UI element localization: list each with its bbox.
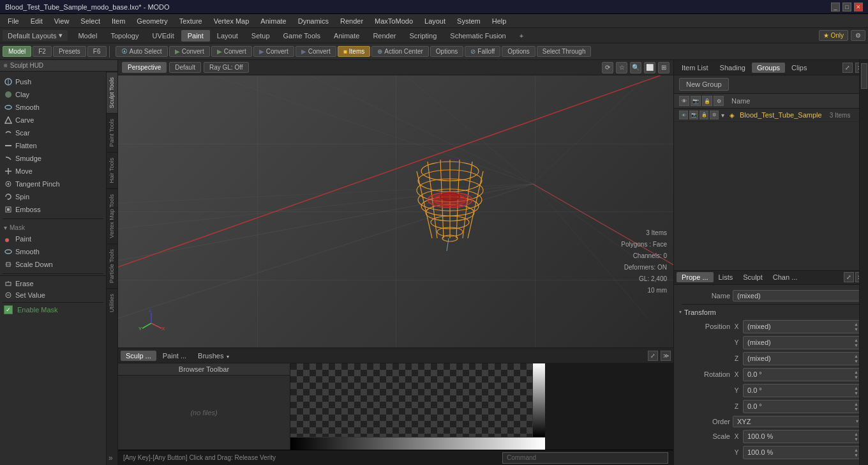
menu-select[interactable]: Select — [75, 16, 105, 26]
order-value[interactable]: XYZ ▾ — [733, 416, 863, 427]
tab-render[interactable]: Render — [366, 30, 402, 42]
menu-animate[interactable]: Animate — [255, 16, 291, 26]
tab-setup[interactable]: Setup — [245, 30, 276, 42]
vtab-paint-tools[interactable]: Paint Tools — [107, 113, 117, 152]
menu-vertex-map[interactable]: Vertex Map — [209, 16, 255, 26]
scale-x-spinner[interactable]: ▲ ▼ — [854, 432, 858, 441]
lock-header-icon[interactable]: 🔒 — [702, 96, 712, 106]
ptab-sculpt[interactable]: Sculpt — [738, 272, 768, 282]
transform-section-header[interactable]: ▾ Transform — [679, 306, 863, 319]
viewport-ctrl-5[interactable]: ⊞ — [658, 62, 670, 73]
props-expand-button[interactable]: ⤢ — [844, 272, 854, 282]
position-x-spinner[interactable]: ▲ ▼ — [854, 322, 858, 332]
viewport-ctrl-1[interactable]: ⟳ — [602, 62, 613, 73]
menu-item[interactable]: Item — [107, 16, 130, 26]
convert-button-4[interactable]: ▶ Convert — [296, 46, 336, 57]
model-button[interactable]: Model — [3, 46, 31, 57]
menu-geometry[interactable]: Geometry — [131, 16, 172, 26]
group-render-icon[interactable]: 📷 — [689, 111, 698, 119]
viewport-ctrl-4[interactable]: ⬜ — [644, 62, 655, 73]
rotation-y-spinner[interactable]: ▲ ▼ — [854, 386, 858, 395]
tool-smudge[interactable]: Smudge — [0, 152, 106, 165]
rotation-x-spinner[interactable]: ▲ ▼ — [854, 370, 858, 379]
menu-layout[interactable]: Layout — [419, 16, 451, 26]
expand-sidebar-button[interactable]: » — [107, 451, 117, 465]
convert-button-3[interactable]: ▶ Convert — [253, 46, 294, 57]
tool-flatten[interactable]: Flatten — [0, 139, 106, 152]
vtab-particle-tools[interactable]: Particle Tools — [107, 243, 117, 288]
scale-x-value[interactable]: 100.0 % ▲ ▼ — [743, 430, 863, 443]
command-input[interactable]: Command — [502, 452, 668, 464]
expand-bottom-button[interactable]: ⤢ — [648, 351, 658, 361]
name-value[interactable]: (mixed) — [733, 290, 863, 301]
convert-button-2[interactable]: ▶ Convert — [211, 46, 252, 57]
rtab-clips[interactable]: Clips — [786, 63, 812, 73]
group-lock-icon[interactable]: 🔒 — [700, 111, 708, 119]
position-y-value[interactable]: (mixed) ▲ ▼ — [743, 336, 863, 349]
new-group-button[interactable]: New Group — [679, 78, 729, 91]
items-button[interactable]: ■ Items — [338, 46, 371, 57]
rtab-expand-button[interactable]: ⤢ — [842, 63, 853, 73]
viewport-ctrl-2[interactable]: ☆ — [616, 62, 627, 73]
presets-button[interactable]: Presets — [53, 46, 86, 57]
tab-scripting[interactable]: Scripting — [403, 30, 444, 42]
perspective-button[interactable]: Perspective — [122, 62, 167, 73]
tool-spin[interactable]: Spin — [0, 190, 106, 203]
position-x-value[interactable]: (mixed) ▲ ▼ — [743, 320, 863, 333]
close-button[interactable]: ✕ — [854, 3, 863, 11]
tool-smooth-mask[interactable]: Smooth — [0, 245, 106, 258]
menu-view[interactable]: View — [49, 16, 75, 26]
rotation-x-value[interactable]: 0.0 ° ▲ ▼ — [743, 368, 863, 381]
tool-tangent-pinch[interactable]: Tangent Pinch — [0, 178, 106, 190]
ptab-lists[interactable]: Lists — [714, 272, 738, 282]
layout-label[interactable]: Default Layouts ▾ — [3, 30, 68, 41]
tool-erase[interactable]: Erase — [0, 278, 106, 289]
f6-button[interactable]: F6 — [87, 46, 107, 57]
ray-gl-button[interactable]: Ray GL: Off — [204, 62, 249, 73]
scale-y-value[interactable]: 100.0 % ▲ ▼ — [743, 446, 863, 459]
tab-topology[interactable]: Topology — [104, 30, 145, 42]
position-z-spinner[interactable]: ▲ ▼ — [854, 354, 858, 363]
options-button-1[interactable]: Options — [430, 46, 463, 57]
group-props-icon[interactable]: ⚙ — [710, 111, 719, 119]
menu-texture[interactable]: Texture — [174, 16, 207, 26]
gear-button[interactable]: ⚙ — [851, 30, 865, 41]
options-button-2[interactable]: Options — [502, 46, 535, 57]
menu-maxtomodo[interactable]: MaxToModo — [370, 16, 418, 26]
f2-button[interactable]: F2 — [33, 46, 52, 57]
tab-game-tools[interactable]: Game Tools — [277, 30, 327, 42]
group-eye-icon[interactable]: 👁 — [679, 111, 688, 119]
tool-paint-mask[interactable]: Paint — [0, 232, 106, 245]
rotation-z-spinner[interactable]: ▲ ▼ — [854, 402, 858, 411]
menu-edit[interactable]: Edit — [26, 16, 48, 26]
vtab-vertex-map-tools[interactable]: Vertex Map Tools — [107, 188, 117, 243]
tab-layout[interactable]: Layout — [211, 30, 244, 42]
position-z-value[interactable]: (mixed) ▲ ▼ — [743, 352, 863, 365]
props-header-icon[interactable]: ⚙ — [714, 96, 724, 106]
ptab-channels[interactable]: Chan ... — [768, 272, 803, 282]
auto-select-button[interactable]: ⦿ Auto Select — [116, 46, 168, 57]
more-bottom-button[interactable]: ≫ — [661, 351, 671, 361]
viewport-3d[interactable]: X Y Z 3 Items Polygons : Face Channels: … — [118, 75, 673, 347]
tab-model[interactable]: Model — [71, 30, 103, 42]
vtab-utilities[interactable]: Utilities — [107, 288, 117, 317]
group-expand-icon[interactable]: ▾ — [721, 112, 724, 119]
rtab-groups[interactable]: Groups — [752, 63, 785, 73]
enable-mask-toggle[interactable]: ✓ Enable Mask — [0, 304, 106, 316]
scale-y-spinner[interactable]: ▲ ▼ — [854, 448, 858, 457]
tool-push[interactable]: Push — [0, 75, 106, 88]
tool-move[interactable]: Move — [0, 165, 106, 178]
btab-sculpt[interactable]: Sculp ... — [121, 351, 156, 361]
tab-paint[interactable]: Paint — [181, 30, 210, 42]
side-strip-control-1[interactable] — [861, 63, 867, 89]
ptab-properties[interactable]: Prope ... — [677, 272, 714, 282]
btab-brushes[interactable]: Brushes ▾ — [193, 351, 234, 361]
menu-render[interactable]: Render — [335, 16, 368, 26]
star-button[interactable]: ★ Only — [819, 30, 848, 41]
position-y-spinner[interactable]: ▲ ▼ — [854, 338, 858, 347]
tool-emboss[interactable]: Emboss — [0, 203, 106, 216]
viewport-ctrl-3[interactable]: 🔍 — [630, 62, 641, 73]
tool-set-value[interactable]: Set Value — [0, 289, 106, 301]
tab-schematic-fusion[interactable]: Schematic Fusion — [444, 30, 512, 42]
falloff-button[interactable]: ⊘ Falloff — [465, 46, 500, 57]
